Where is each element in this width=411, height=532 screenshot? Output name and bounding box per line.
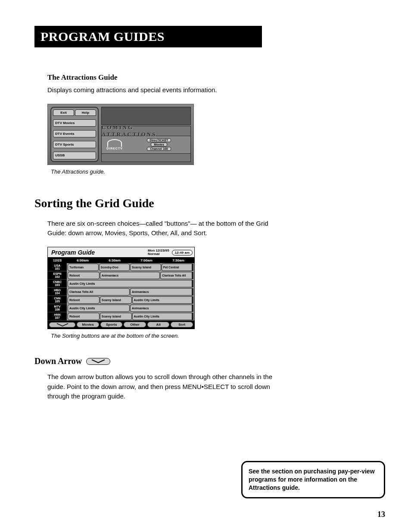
- content-column: The Attractions Guide Displays coming at…: [47, 73, 276, 401]
- directv-logo-text: DIRECTV: [106, 147, 123, 150]
- channel-name: USA: [54, 264, 61, 267]
- program-row: Austin City Limits: [67, 280, 194, 288]
- down-arrow-heading-text: Down Arrow: [34, 356, 82, 366]
- channel-cell[interactable]: CNN105: [48, 296, 67, 304]
- program-cell[interactable]: Reboot: [68, 313, 100, 320]
- channel-100-chip[interactable]: Channel 100: [147, 147, 171, 151]
- grid-time-col: 6:30am: [99, 258, 131, 263]
- attractions-heading: The Attractions Guide: [47, 73, 276, 82]
- channel-name: HBO: [54, 289, 61, 292]
- program-cell[interactable]: Reboot: [68, 272, 100, 279]
- program-cell[interactable]: Pet Central: [162, 264, 194, 271]
- page-title: PROGRAM GUIDES: [34, 26, 262, 47]
- exit-tab[interactable]: Exit: [53, 109, 74, 116]
- channel-number: 101: [55, 267, 60, 270]
- program-cell[interactable]: Scarey Island: [130, 264, 161, 271]
- program-row: TurtlemanScooby-DooScarey IslandPet Cent…: [67, 263, 194, 271]
- down-arrow-body: The down arrow button allows you to scro…: [47, 372, 276, 401]
- callout-box: See the section on purchasing pay-per-vi…: [241, 461, 385, 498]
- attractions-body: Displays coming attractions and special …: [47, 85, 276, 95]
- channel-name: HNN: [54, 313, 60, 316]
- program-cell[interactable]: Austin City Limits: [68, 280, 193, 287]
- all-button[interactable]: All: [147, 322, 170, 327]
- dtv-sports-button[interactable]: DTV Sports: [53, 141, 96, 148]
- grid-row: CNBC103Austin City Limits: [48, 280, 194, 288]
- grid-guide-figure: Program Guide Mon 12/23/95 Normal 12:49 …: [47, 247, 195, 330]
- program-cell[interactable]: Austin City Limits: [132, 296, 194, 304]
- program-cell[interactable]: Clarissa Tells All: [160, 272, 193, 279]
- program-cell[interactable]: Animaniacs: [130, 288, 193, 296]
- help-tab[interactable]: Help: [75, 109, 96, 116]
- grid-row: MTV106Austin City LimitsAnimaniacs: [48, 304, 194, 312]
- grid-time-header: 12/23 6:00am 6:30am 7:00am 7:30am: [48, 258, 194, 263]
- attractions-caption: The Attractions guide.: [51, 168, 276, 175]
- down-arrow-button[interactable]: [49, 322, 75, 327]
- channel-number: 105: [55, 300, 60, 303]
- program-row: RebootScarey IslandAustin City Limits: [67, 312, 194, 320]
- grid-time-col: 6:00am: [67, 258, 99, 263]
- grid-row: USA101TurtlemanScooby-DooScarey IslandPe…: [48, 263, 194, 271]
- program-cell[interactable]: Austin City Limits: [68, 305, 130, 312]
- attractions-preview: COMING ATTRACTIONS DIRECTV DirecTICKET M…: [101, 107, 191, 162]
- channel-cell[interactable]: CNBC103: [48, 280, 67, 288]
- program-cell[interactable]: Animaniacs: [130, 305, 193, 312]
- program-cell[interactable]: Austin City Limits: [132, 313, 194, 320]
- movies-button[interactable]: Movies: [77, 322, 99, 327]
- coming-footer: [101, 154, 191, 162]
- program-cell[interactable]: Scarey Island: [100, 313, 132, 320]
- page-number: 13: [377, 510, 385, 519]
- grid-mode: Normal: [148, 252, 169, 256]
- sorting-caption: The Sorting buttons are at the bottom of…: [51, 333, 276, 339]
- channel-cell[interactable]: ESPN102: [48, 271, 67, 280]
- down-arrow-heading: Down Arrow: [34, 356, 276, 366]
- program-row: Austin City LimitsAnimaniacs: [67, 304, 194, 312]
- program-cell[interactable]: Turtleman: [68, 264, 99, 271]
- grid-time-date: 12/23: [48, 258, 67, 263]
- directicket-chip[interactable]: DirecTICKET: [147, 138, 171, 142]
- directv-arc-icon: [107, 139, 122, 147]
- channel-cell[interactable]: USA101: [48, 263, 67, 271]
- program-cell[interactable]: Animaniacs: [100, 272, 160, 279]
- attractions-sidebar: Exit Help DTV Movies DTV Events DTV Spor…: [50, 107, 99, 162]
- directv-logo: DIRECTV: [102, 136, 128, 153]
- grid-footer: Movies Sports Other All Sort: [48, 320, 194, 329]
- sports-button[interactable]: Sports: [100, 322, 123, 327]
- grid-row: CNN105RebootScarey IslandAustin City Lim…: [48, 296, 194, 304]
- channel-number: 103: [55, 283, 60, 286]
- other-button[interactable]: Other: [124, 322, 146, 327]
- program-cell[interactable]: Scarey Island: [100, 296, 132, 304]
- coming-body: DIRECTV DirecTICKET Movies Channel 100: [101, 136, 191, 154]
- program-cell[interactable]: Clarissa Tells All: [68, 288, 130, 296]
- grid-date-mode: Mon 12/23/95 Normal: [148, 249, 169, 257]
- channel-cell[interactable]: MTV106: [48, 304, 67, 312]
- movies-chip[interactable]: Movies: [151, 143, 167, 146]
- grid-body: USA101TurtlemanScooby-DooScarey IslandPe…: [48, 263, 194, 320]
- grid-header: Program Guide Mon 12/23/95 Normal 12:49 …: [48, 247, 194, 258]
- channel-cell[interactable]: HNN107: [48, 312, 67, 320]
- program-cell[interactable]: Reboot: [68, 296, 100, 304]
- grid-title: Program Guide: [50, 249, 148, 256]
- dtv-movies-button[interactable]: DTV Movies: [53, 119, 96, 127]
- down-arrow-icon: [56, 323, 69, 327]
- page: PROGRAM GUIDES The Attractions Guide Dis…: [0, 0, 411, 532]
- channel-name: MTV: [54, 305, 61, 308]
- program-row: Clarissa Tells AllAnimaniacs: [67, 288, 194, 296]
- sorting-body: There are six on-screen choices—called "…: [47, 219, 276, 238]
- channel-cell[interactable]: HBO104: [48, 288, 67, 296]
- program-row: RebootAnimaniacsClarissa Tells All: [67, 271, 194, 280]
- sort-button[interactable]: Sort: [171, 322, 193, 327]
- grid-row: ESPN102RebootAnimaniacsClarissa Tells Al…: [48, 271, 194, 280]
- channel-name: CNN: [54, 297, 60, 300]
- grid-clock: 12:49 am: [172, 250, 193, 255]
- grid-time-col: 7:00am: [131, 258, 162, 263]
- channel-number: 102: [55, 275, 60, 278]
- channel-number: 107: [55, 316, 60, 319]
- ussb-button[interactable]: USSB: [53, 152, 96, 159]
- attractions-figure: Exit Help DTV Movies DTV Events DTV Spor…: [47, 104, 194, 165]
- sorting-heading: Sorting the Grid Guide: [34, 196, 276, 210]
- program-cell[interactable]: Scooby-Doo: [99, 264, 130, 271]
- program-row: RebootScarey IslandAustin City Limits: [67, 296, 194, 304]
- channel-number: 106: [55, 308, 60, 311]
- grid-time-col: 7:30am: [162, 258, 194, 263]
- dtv-events-button[interactable]: DTV Events: [53, 130, 96, 137]
